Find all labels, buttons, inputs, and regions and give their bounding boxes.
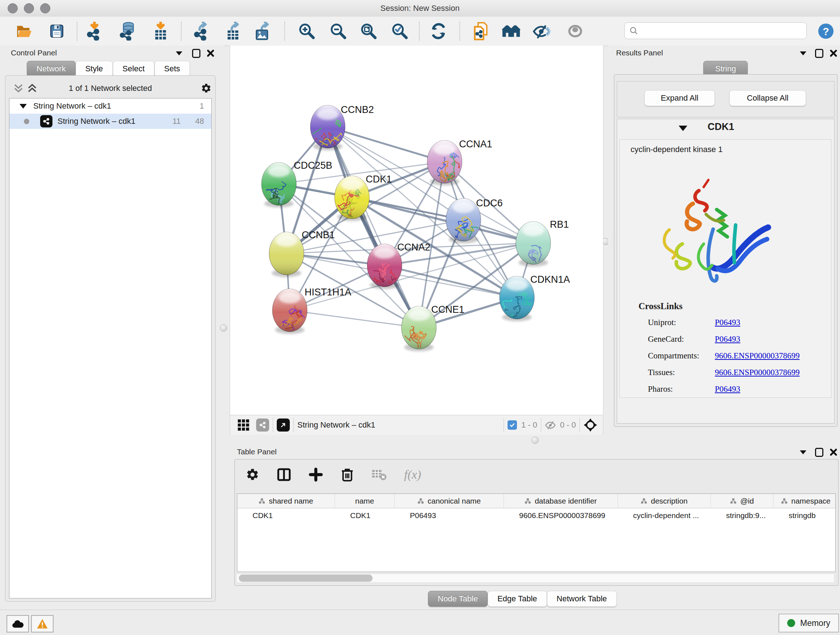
results-panel-float-button[interactable] <box>815 49 823 58</box>
table-cell[interactable]: stringdb:9... <box>711 508 774 523</box>
grid-view-icon[interactable] <box>237 419 249 431</box>
home-button[interactable] <box>501 19 521 43</box>
bottom-splitter-handle[interactable] <box>531 437 538 444</box>
help-button[interactable]: ? <box>816 19 836 43</box>
zoom-in-button[interactable] <box>296 19 317 43</box>
table-cell[interactable]: cyclin-dependent ... <box>618 508 711 523</box>
results-panel-close-button[interactable] <box>829 49 838 57</box>
table-panel-float-button[interactable] <box>815 448 823 457</box>
crosslink-value-link[interactable]: 9606.ENSP00000378699 <box>715 368 800 377</box>
tab-node-table[interactable]: Node Table <box>428 591 488 607</box>
table-hscroll-thumb[interactable] <box>239 575 373 582</box>
birds-eye-view-icon[interactable] <box>256 418 269 432</box>
houses-icon <box>502 23 521 39</box>
expand-all-button[interactable]: Expand All <box>644 90 715 106</box>
column-header-description[interactable]: description <box>618 494 711 508</box>
crosslinks-list: Uniprot:P06493GeneCard:P06493Compartment… <box>648 318 821 401</box>
column-header--id[interactable]: @id <box>711 494 774 508</box>
table-cell[interactable]: CDK1 <box>237 508 335 523</box>
toolbar-divider <box>579 418 580 432</box>
network-node-CCNA1[interactable]: CCNA1 <box>427 139 493 186</box>
refresh-button[interactable] <box>428 19 448 43</box>
detach-view-icon[interactable] <box>277 418 290 432</box>
search-input[interactable] <box>638 26 799 35</box>
crosslink-value-link[interactable]: P06493 <box>715 318 740 327</box>
export-network-button[interactable] <box>191 19 212 43</box>
table-gear-icon[interactable] <box>246 468 259 481</box>
import-network-button[interactable] <box>84 19 104 43</box>
network-node-CCNB1[interactable]: CCNB1 <box>269 230 335 277</box>
delete-column-icon[interactable] <box>340 467 354 482</box>
column-header-shared-name[interactable]: shared name <box>237 494 335 508</box>
column-header-namespace[interactable]: namespace <box>774 494 836 508</box>
tree-expand-icon[interactable] <box>19 104 27 109</box>
entry-collapse-icon[interactable] <box>679 126 687 131</box>
control-panel-menu-button[interactable] <box>176 51 182 55</box>
left-splitter-handle[interactable] <box>220 325 227 332</box>
control-panel-float-button[interactable] <box>192 49 201 58</box>
column-header-name[interactable]: name <box>335 494 395 508</box>
control-panel-close-button[interactable] <box>206 49 215 57</box>
warnings-button[interactable] <box>31 615 54 632</box>
collapse-all-button[interactable]: Collapse All <box>729 90 806 106</box>
import-network-from-database-button[interactable] <box>118 19 138 43</box>
network-node-CCNB2[interactable]: CCNB2 <box>305 104 374 158</box>
open-session-button[interactable] <box>14 19 34 43</box>
cloud-status-button[interactable] <box>6 615 29 632</box>
network-node-CDC6[interactable]: CDC6 <box>446 198 503 247</box>
network-canvas[interactable]: CCNB2CCNA1CDC25BCDK1CDC6RB1CCNB1CCNA2CDK… <box>230 46 603 415</box>
column-header-database-identifier[interactable]: database identifier <box>504 494 618 508</box>
network-row-selected[interactable]: String Network – cdk1 11 48 <box>9 114 211 129</box>
fit-content-icon[interactable] <box>584 418 597 432</box>
table-cell[interactable]: P06493 <box>395 508 504 523</box>
tab-network[interactable]: Network <box>27 61 76 77</box>
network-node-CCNE1[interactable]: CCNE1 <box>401 304 464 356</box>
tab-edge-table[interactable]: Edge Table <box>488 591 547 607</box>
network-node-CDKN1A[interactable]: CDKN1A <box>494 274 570 332</box>
control-panel: Control Panel NetworkStyleSelectSets 1 o… <box>0 46 224 610</box>
hide-panel-button[interactable] <box>531 19 552 43</box>
export-image-button[interactable] <box>252 19 272 43</box>
add-column-icon[interactable] <box>309 467 323 482</box>
table-panel-close-button[interactable] <box>829 448 838 456</box>
table-panel-menu-button[interactable] <box>800 450 806 454</box>
collection-label: String Network – cdk1 <box>33 101 111 111</box>
save-session-button[interactable] <box>47 19 67 43</box>
crosslink-value-link[interactable]: P06493 <box>715 334 740 344</box>
tab-style[interactable]: Style <box>76 61 113 77</box>
toolbar-search[interactable] <box>624 22 807 39</box>
zoom-out-button[interactable] <box>328 19 348 43</box>
network-edge[interactable] <box>328 127 445 162</box>
import-table-button[interactable] <box>150 19 171 43</box>
memory-button[interactable]: Memory <box>778 614 839 632</box>
table-row[interactable]: CDK1CDK1P064939606.ENSP00000378699cyclin… <box>237 508 835 523</box>
clone-network-button[interactable] <box>471 19 491 43</box>
network-node-RB1[interactable]: RB1 <box>516 219 569 271</box>
tab-network-table[interactable]: Network Table <box>547 591 617 607</box>
network-collection-row[interactable]: String Network – cdk1 1 <box>9 98 211 114</box>
network-edge[interactable] <box>290 243 533 310</box>
show-panel-button[interactable] <box>565 19 585 43</box>
network-node-CCNA2[interactable]: CCNA2 <box>367 242 431 293</box>
tab-select[interactable]: Select <box>113 61 155 77</box>
column-header-canonical-name[interactable]: canonical name <box>395 494 504 508</box>
show-columns-icon[interactable] <box>277 467 291 482</box>
selected-checkbox-icon[interactable] <box>508 420 517 430</box>
table-cell[interactable]: 9606.ENSP00000378699 <box>504 508 618 523</box>
zoom-fit-button[interactable] <box>358 19 378 43</box>
tab-sets[interactable]: Sets <box>155 61 190 77</box>
gear-icon[interactable] <box>201 83 212 94</box>
table-cell[interactable]: CDK1 <box>335 508 395 523</box>
results-panel-menu-button[interactable] <box>800 51 806 55</box>
crosslink-value-link[interactable]: 9606.ENSP00000378699 <box>715 351 800 361</box>
window-title: Session: New Session <box>0 4 840 13</box>
hidden-eye-icon <box>545 420 556 430</box>
table-cell[interactable]: stringdb <box>774 508 836 523</box>
table-hscrollbar[interactable] <box>237 574 834 582</box>
zoom-selected-button[interactable] <box>389 19 409 43</box>
network-graph[interactable]: CCNB2CCNA1CDC25BCDK1CDC6RB1CCNB1CCNA2CDK… <box>230 46 603 415</box>
export-table-button[interactable] <box>223 19 243 43</box>
crosslink-value-link[interactable]: P06493 <box>715 385 740 394</box>
network-edge[interactable] <box>290 310 419 328</box>
node-table[interactable]: shared namenamecanonical namedatabase id… <box>237 494 836 572</box>
